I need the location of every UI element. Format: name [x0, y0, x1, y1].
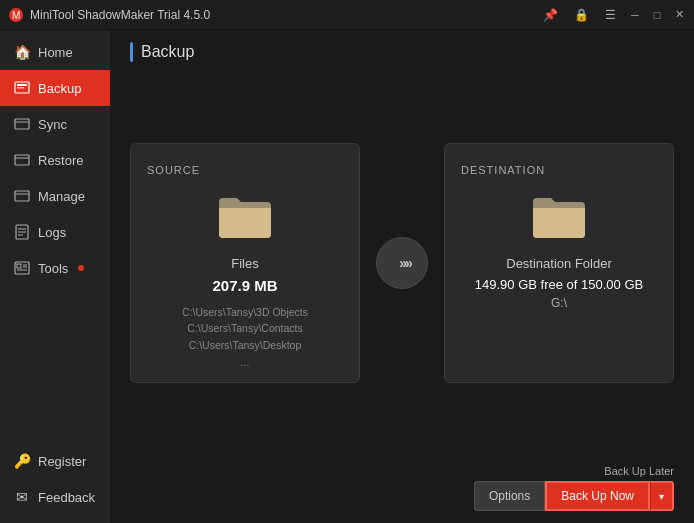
sync-icon	[14, 116, 30, 132]
logs-icon	[14, 224, 30, 240]
source-paths: C:\Users\Tansy\3D Objects C:\Users\Tansy…	[182, 304, 308, 371]
destination-drive: G:\	[551, 296, 567, 310]
destination-type: Destination Folder	[506, 256, 612, 271]
source-size: 207.9 MB	[212, 277, 277, 294]
lock-icon[interactable]: 🔒	[570, 6, 593, 24]
main-layout: 🏠 Home Backup Sync	[0, 30, 694, 523]
content-area: Backup SOURCE Files 207.9 MB C:\Users\Ta…	[110, 30, 694, 523]
destination-card[interactable]: DESTINATION Destination Folder 149.90 GB…	[444, 143, 674, 383]
sidebar-item-label-register: Register	[38, 454, 86, 469]
destination-label: DESTINATION	[461, 164, 545, 176]
title-bar: M MiniTool ShadowMaker Trial 4.5.0 📌 🔒 ☰…	[0, 0, 694, 30]
sidebar-item-register[interactable]: 🔑 Register	[0, 443, 110, 479]
destination-folder-icon	[531, 192, 587, 244]
minimize-button[interactable]: ─	[628, 8, 642, 22]
app-title: MiniTool ShadowMaker Trial 4.5.0	[30, 8, 210, 22]
action-group: Back Up Later Options Back Up Now ▾	[474, 465, 674, 511]
source-path-1: C:\Users\Tansy\3D Objects	[182, 306, 308, 318]
source-label: SOURCE	[147, 164, 200, 176]
maximize-button[interactable]: □	[650, 8, 664, 22]
sidebar-item-logs[interactable]: Logs	[0, 214, 110, 250]
action-bar: Back Up Later Options Back Up Now ▾	[110, 455, 694, 523]
svg-rect-7	[15, 155, 29, 165]
backup-now-button[interactable]: Back Up Now	[545, 481, 650, 511]
sidebar-item-manage[interactable]: Manage	[0, 178, 110, 214]
sidebar-item-label-restore: Restore	[38, 153, 84, 168]
svg-text:M: M	[12, 10, 20, 21]
backup-later-label[interactable]: Back Up Later	[604, 465, 674, 477]
sidebar-item-restore[interactable]: Restore	[0, 142, 110, 178]
svg-rect-9	[15, 191, 29, 201]
sidebar-item-sync[interactable]: Sync	[0, 106, 110, 142]
sidebar-item-label-home: Home	[38, 45, 73, 60]
close-button[interactable]: ✕	[672, 8, 686, 22]
sidebar-item-tools[interactable]: Tools	[0, 250, 110, 286]
backup-now-dropdown-button[interactable]: ▾	[650, 481, 674, 511]
home-icon: 🏠	[14, 44, 30, 60]
page-title: Backup	[141, 43, 194, 61]
page-header: Backup	[110, 30, 694, 70]
transfer-arrow-button[interactable]: »»	[376, 237, 428, 289]
register-icon: 🔑	[14, 453, 30, 469]
sidebar-item-backup[interactable]: Backup	[0, 70, 110, 106]
options-button[interactable]: Options	[474, 481, 545, 511]
source-type: Files	[231, 256, 258, 271]
pin-icon[interactable]: 📌	[539, 6, 562, 24]
source-card[interactable]: SOURCE Files 207.9 MB C:\Users\Tansy\3D …	[130, 143, 360, 383]
header-accent-bar	[130, 42, 133, 62]
sidebar-item-label-sync: Sync	[38, 117, 67, 132]
backup-icon	[14, 80, 30, 96]
svg-rect-16	[17, 264, 21, 268]
button-row: Options Back Up Now ▾	[474, 481, 674, 511]
sidebar-item-label-backup: Backup	[38, 81, 81, 96]
sidebar-item-label-feedback: Feedback	[38, 490, 95, 505]
sidebar-item-label-manage: Manage	[38, 189, 85, 204]
sidebar: 🏠 Home Backup Sync	[0, 30, 110, 523]
destination-free-space: 149.90 GB free of 150.00 GB	[475, 277, 643, 292]
tools-icon	[14, 260, 30, 276]
tools-notification-dot	[78, 265, 84, 271]
source-folder-icon	[217, 192, 273, 244]
restore-icon	[14, 152, 30, 168]
svg-rect-4	[17, 87, 24, 89]
svg-rect-3	[17, 84, 27, 86]
svg-rect-5	[15, 119, 29, 129]
sidebar-item-label-tools: Tools	[38, 261, 68, 276]
sidebar-bottom: 🔑 Register ✉ Feedback	[0, 443, 110, 523]
backup-area: SOURCE Files 207.9 MB C:\Users\Tansy\3D …	[110, 70, 694, 455]
sidebar-item-home[interactable]: 🏠 Home	[0, 34, 110, 70]
feedback-icon: ✉	[14, 489, 30, 505]
title-bar-controls: 📌 🔒 ☰ ─ □ ✕	[539, 6, 686, 24]
source-path-3: C:\Users\Tansy\Desktop	[189, 339, 302, 351]
menu-icon[interactable]: ☰	[601, 6, 620, 24]
sidebar-item-label-logs: Logs	[38, 225, 66, 240]
app-logo: M	[8, 7, 24, 23]
source-path-more: ...	[241, 356, 250, 368]
manage-icon	[14, 188, 30, 204]
title-bar-left: M MiniTool ShadowMaker Trial 4.5.0	[8, 7, 210, 23]
source-path-2: C:\Users\Tansy\Contacts	[187, 322, 303, 334]
sidebar-item-feedback[interactable]: ✉ Feedback	[0, 479, 110, 515]
arrow-area: »»	[360, 237, 444, 289]
